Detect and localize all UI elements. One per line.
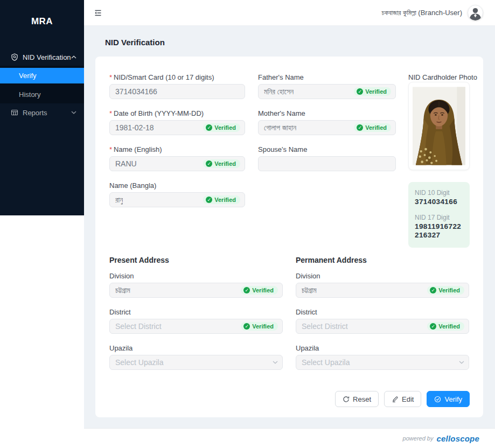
sidebar-item-label: Reports <box>23 109 47 117</box>
present-division-label: Division <box>109 272 134 280</box>
user-name: চকবাজার কুমিল্লা (Branch-User) <box>382 9 462 17</box>
name-bn-input[interactable]: রানু ✓Verified <box>109 192 245 207</box>
check-circle-icon <box>434 396 441 403</box>
nid-verification-card: *NID/Smart Card (10 or 17 digits) 371403… <box>95 57 483 417</box>
verified-badge: ✓Verified <box>427 286 464 295</box>
dob-value: 1981-02-18 <box>115 123 154 132</box>
verified-badge: ✓Verified <box>354 123 391 132</box>
required-mark: * <box>109 109 112 117</box>
verified-badge: ✓Verified <box>203 123 240 132</box>
nid-digits-box: NID 10 Digit 3714034166 NID 17 Digit 198… <box>408 182 470 248</box>
page-title: NID Verification <box>105 38 165 47</box>
top-header: চকবাজার কুমিল্লা (Branch-User) <box>84 0 495 26</box>
action-buttons: Reset Edit Verify <box>335 391 470 407</box>
celloscope-logo: celloscope <box>436 434 479 443</box>
father-input[interactable]: মনির হোসেন ✓Verified <box>258 84 396 99</box>
present-division-value: চট্টগ্রাম <box>115 286 130 295</box>
present-upazila-label: Upazila <box>109 344 133 352</box>
check-circle-icon: ✓ <box>243 323 250 330</box>
check-circle-icon: ✓ <box>206 197 212 203</box>
permanent-division-label: Division <box>296 272 320 280</box>
present-upazila-select[interactable]: Select Upazila <box>109 355 283 370</box>
dob-input[interactable]: 1981-02-18 ✓Verified <box>109 120 245 135</box>
table-icon <box>11 109 18 116</box>
permanent-upazila-label: Upazila <box>296 344 319 352</box>
verified-badge: ✓Verified <box>427 322 464 331</box>
name-en-label: *Name (English) <box>109 145 162 153</box>
check-circle-icon: ✓ <box>357 88 363 95</box>
edit-button[interactable]: Edit <box>384 391 421 407</box>
permanent-address-title: Permanent Address <box>296 256 367 264</box>
sidebar-item-label: Verify <box>19 72 37 80</box>
check-circle-icon: ✓ <box>243 287 250 293</box>
present-division-input[interactable]: চট্টগ্রাম ✓Verified <box>109 283 283 298</box>
reload-icon <box>343 396 350 403</box>
nid-cardholder-photo <box>408 82 470 170</box>
chevron-down-icon <box>459 361 464 364</box>
permanent-district-placeholder: Select District <box>302 322 348 331</box>
permanent-division-value: চট্টগ্রাম <box>302 286 317 295</box>
nid17-value: 19811916722216327 <box>415 222 463 240</box>
photo-label: NID Cardholder Photo <box>408 73 477 81</box>
page-footer: powered by celloscope <box>84 428 495 448</box>
sidebar-item-reports[interactable]: Reports <box>0 104 84 121</box>
check-circle-icon: ✓ <box>206 160 212 167</box>
brand-logo: MRA <box>0 16 84 27</box>
mother-label: Mother's Name <box>258 109 305 117</box>
verified-badge: ✓Verified <box>203 195 240 204</box>
permanent-district-label: District <box>296 308 317 316</box>
verify-button[interactable]: Verify <box>427 391 470 407</box>
check-circle-icon: ✓ <box>357 124 363 131</box>
cardholder-portrait-image <box>413 86 465 166</box>
permanent-district-select[interactable]: Select District ✓Verified <box>296 319 469 334</box>
present-district-label: District <box>109 308 131 316</box>
sidebar-item-nid-verification[interactable]: NID Verification <box>0 49 84 65</box>
present-district-select[interactable]: Select District ✓Verified <box>109 319 283 334</box>
required-mark: * <box>109 73 112 81</box>
present-upazila-placeholder: Select Upazila <box>115 358 164 367</box>
nid-label: *NID/Smart Card (10 or 17 digits) <box>109 73 214 81</box>
check-circle-icon: ✓ <box>430 287 436 293</box>
verified-badge: ✓Verified <box>354 87 391 96</box>
nid-value: 3714034166 <box>115 87 157 96</box>
check-circle-icon: ✓ <box>206 124 212 131</box>
verified-badge: ✓Verified <box>203 159 240 168</box>
mother-value: গোলাপ জাহান <box>264 123 296 132</box>
shield-scan-icon <box>11 53 18 61</box>
spouse-input[interactable] <box>258 156 396 171</box>
menu-fold-icon[interactable] <box>93 8 103 18</box>
verified-badge: ✓Verified <box>241 286 278 295</box>
father-label: Father's Name <box>258 73 304 81</box>
mother-input[interactable]: গোলাপ জাহান ✓Verified <box>258 120 396 135</box>
verified-badge: ✓Verified <box>241 322 278 331</box>
permanent-upazila-placeholder: Select Upazila <box>302 358 350 367</box>
name-bn-label: Name (Bangla) <box>109 181 156 190</box>
pencil-icon <box>392 396 399 403</box>
sidebar-item-history[interactable]: History <box>0 87 84 102</box>
name-en-value: RANU <box>115 159 137 168</box>
present-address-title: Present Address <box>109 256 169 264</box>
permanent-upazila-select[interactable]: Select Upazila <box>296 355 469 370</box>
father-value: মনির হোসেন <box>264 87 294 96</box>
sidebar-item-label: History <box>19 90 40 99</box>
dob-label: *Date of Birth (YYYY-MM-DD) <box>109 109 204 117</box>
sidebar-item-verify[interactable]: Verify <box>0 68 84 83</box>
powered-by-text: powered by <box>403 435 434 442</box>
sidebar: MRA NID Verification Verify History Repo… <box>0 0 84 215</box>
name-en-input[interactable]: RANU ✓Verified <box>109 156 245 171</box>
permanent-division-input[interactable]: চট্টগ্রাম ✓Verified <box>296 283 469 298</box>
sidebar-item-label: NID Verification <box>23 53 71 61</box>
present-district-placeholder: Select District <box>115 322 162 331</box>
chevron-down-icon <box>273 361 278 364</box>
name-bn-value: রানু <box>115 195 123 205</box>
nid10-label: NID 10 Digit <box>415 189 463 197</box>
chevron-up-icon <box>71 55 76 59</box>
nid10-value: 3714034166 <box>415 198 463 206</box>
reset-button[interactable]: Reset <box>335 391 379 407</box>
nid17-label: NID 17 Digit <box>415 214 463 221</box>
user-area[interactable]: চকবাজার কুমিল্লা (Branch-User) <box>382 5 483 20</box>
required-mark: * <box>109 145 112 153</box>
content-area: NID Verification *NID/Smart Card (10 or … <box>84 26 495 428</box>
nid-input[interactable]: 3714034166 <box>109 84 245 99</box>
user-avatar-icon[interactable] <box>468 5 483 20</box>
